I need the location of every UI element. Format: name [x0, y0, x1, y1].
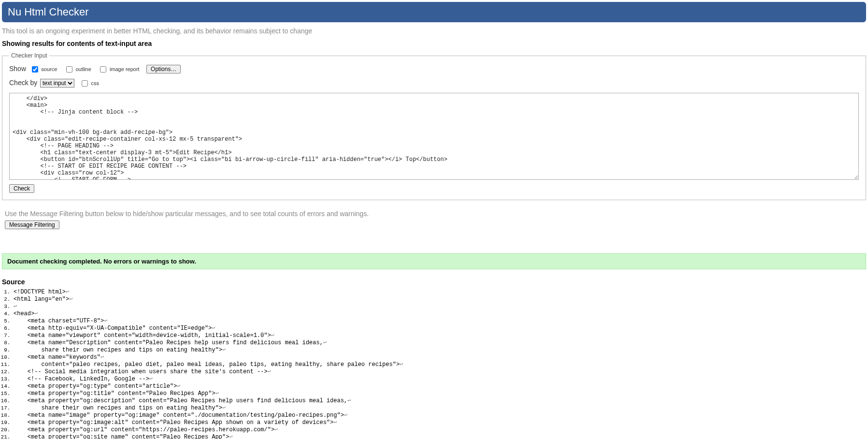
source-line: <meta http-equiv="X-UA-Compatible" conte… [14, 325, 866, 332]
source-line: <meta name="keywords"↩ [14, 354, 866, 361]
source-line: content="paleo recipes, paleo diet, pale… [14, 361, 866, 368]
source-line: <!DOCTYPE html>↩ [14, 289, 866, 296]
check-by-label: Check by [9, 79, 37, 87]
css-checkbox[interactable] [82, 80, 88, 87]
source-line: <html lang="en">↩ [14, 296, 866, 303]
showing-results-heading: Showing results for contents of text-inp… [0, 39, 868, 52]
html-source-textarea[interactable] [9, 93, 859, 180]
source-line: <meta property="og:description" content=… [14, 397, 866, 405]
source-line: <meta property="og:type" content="articl… [14, 383, 866, 390]
source-line: <meta name="image" property="og:image" c… [14, 412, 866, 419]
source-listing: <!DOCTYPE html>↩<html lang="en">↩↩<head>… [14, 289, 866, 439]
source-line: <meta property="og:site_name" content="P… [14, 434, 866, 439]
source-line: <!-- Facebook, LinkedIn, Google -->↩ [14, 376, 866, 383]
check-button[interactable]: Check [9, 184, 34, 193]
source-line: <meta name="Description" content="Paleo … [14, 339, 866, 347]
page-title: Nu Html Checker [8, 6, 860, 18]
outline-checkbox-label[interactable]: outline [75, 66, 91, 72]
checker-input-fieldset: Checker Input Show source outline image … [2, 52, 866, 200]
message-filtering-button[interactable]: Message Filtering [5, 220, 59, 229]
source-line: <meta property="og:url" content="https:/… [14, 426, 866, 434]
page-header: Nu Html Checker [2, 2, 866, 22]
source-line: <meta name="viewport" content="width=dev… [14, 332, 866, 339]
success-message: Document checking completed. No errors o… [2, 253, 866, 269]
message-filtering-hint: Use the Message Filtering button below t… [0, 205, 868, 220]
intro-text: This tool is an ongoing experiment in be… [0, 24, 868, 39]
outline-checkbox[interactable] [66, 66, 72, 73]
source-line: <head>↩ [14, 310, 866, 318]
show-row: Show source outline image report Options… [9, 65, 859, 74]
check-by-select[interactable]: text input [40, 79, 74, 88]
source-line: share their own recipes and tips on eati… [14, 347, 866, 354]
image-report-checkbox[interactable] [100, 66, 106, 73]
show-label: Show [9, 65, 26, 73]
source-line: <meta property="og:image:alt" content="P… [14, 419, 866, 426]
check-by-row: Check by text input css [9, 79, 859, 88]
source-checkbox-label[interactable]: source [41, 66, 57, 72]
image-report-checkbox-label[interactable]: image report [110, 66, 140, 72]
source-checkbox[interactable] [32, 66, 38, 73]
source-line: <meta charset="UTF-8">↩ [14, 318, 866, 325]
source-line: <!-- Social media integration when users… [14, 368, 866, 376]
source-heading: Source [0, 274, 868, 289]
options-button[interactable]: Options… [146, 65, 181, 73]
css-checkbox-label[interactable]: css [91, 80, 99, 86]
source-line: share their own recipes and tips on eati… [14, 405, 866, 412]
source-line: <meta property="og:title" content="Paleo… [14, 390, 866, 397]
checker-input-legend: Checker Input [9, 52, 49, 59]
source-line: ↩ [14, 303, 866, 310]
